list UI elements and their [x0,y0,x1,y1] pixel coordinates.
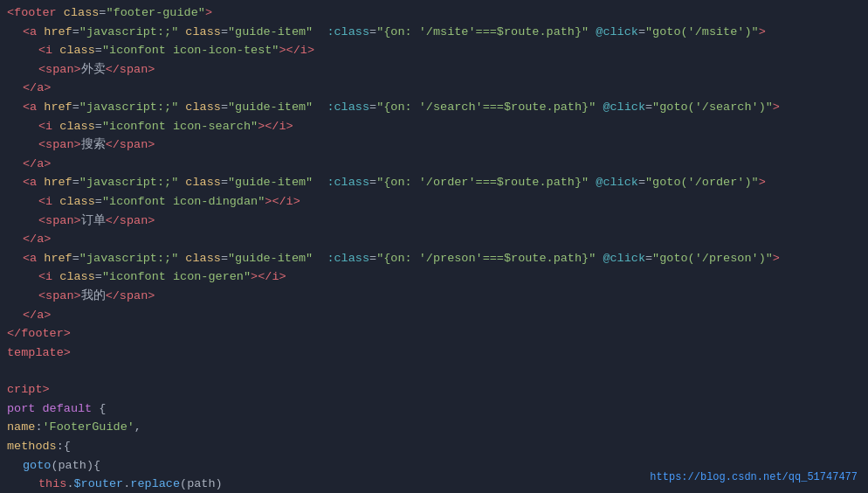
token-tag: </a> [23,157,51,170]
token-tag: <a [23,25,37,38]
token-tag: ></i> [258,120,293,133]
token-punct: : [35,420,42,434]
token-attr-name: class [64,6,100,19]
code-line: <a href="javascript:;" class="guide-item… [0,23,868,42]
token-attr-name: class [185,25,221,38]
token-attr-value: "guide-item" [228,101,313,114]
code-line: <i class="iconfont icon-search"></i> [0,117,868,136]
code-viewer: <footer class="footer-guide"><a href="ja… [0,0,868,493]
token-chinese: 搜索 [81,138,106,151]
token-attr-value: "javascript:;" [79,101,178,114]
token-tag: <i [38,44,52,57]
footer-url[interactable]: https://blog.csdn.net/qq_51747477 [650,469,858,486]
token-plain: ){ [86,459,100,472]
token-attr-value: "iconfont icon-geren" [102,270,251,283]
token-js-func: goto [23,459,51,472]
code-line: </a> [0,306,868,325]
token-plain [57,6,64,19]
code-line: <i class="iconfont icon-geren"></i> [0,267,868,287]
token-attr-value: "guide-item" [228,25,313,38]
code-line: <span>订单</span> [0,212,868,231]
token-attr-name: class [59,120,95,133]
token-vue-attr: @click [603,252,645,265]
token-punct: = [95,44,102,57]
token-punct: = [95,195,102,208]
token-attr-value: "iconfont icon-icon-test" [102,44,279,57]
token-vue-attr: :class [327,25,369,38]
token-chinese: 订单 [81,214,106,227]
token-vue-string: "goto('/msite')" [645,25,759,38]
code-line: <span>外卖</span> [0,60,868,80]
token-vue-string: "goto('/preson')" [652,252,773,265]
token-vue-attr: @click [603,101,645,114]
token-chinese: 我的 [81,289,106,302]
token-attr-name: href [44,176,72,189]
token-plain: ) [216,477,223,490]
token-punct: = [221,252,228,265]
token-punct: = [638,25,645,38]
token-attr-name: class [59,195,95,208]
token-vue-attr: :class [327,252,369,265]
token-punct: = [645,252,652,265]
token-tag: > [205,6,212,19]
token-punct: = [221,176,228,189]
token-plain [313,252,327,265]
token-attr-value: "guide-item" [228,252,313,265]
code-line: methods:{ [0,437,868,456]
code-line: cript> [0,380,868,399]
token-attr-name: name [7,420,35,434]
token-tag: <a [23,176,37,189]
token-tag: <span [38,138,74,151]
code-line: </a> [0,155,868,174]
token-plain: path [59,459,86,472]
token-attr-name: class [59,270,95,283]
token-tag: ></i> [251,270,286,283]
token-tag: <i [38,195,52,208]
token-punct: = [72,252,79,265]
token-vue-attr: :class [327,101,369,114]
token-plain: path [187,477,215,490]
token-attr-name: href [44,252,72,265]
token-punct: = [72,25,79,38]
token-js-keyword: port [7,402,35,415]
token-punct: = [638,176,645,189]
token-tag: </footer> [7,327,71,340]
token-tag: <i [38,270,52,283]
token-vue-string: "goto('/search')" [652,101,773,114]
code-line: <a href="javascript:;" class="guide-item… [0,249,868,268]
token-tag: <footer [7,6,57,19]
token-punct: = [645,101,652,114]
token-punct: = [95,120,102,133]
code-line: <i class="iconfont icon-dingdan"></i> [0,192,868,212]
token-attr-name: class [185,252,221,265]
token-tag: ></i> [265,195,300,208]
token-js-func: $router [74,477,124,490]
token-tag: </span> [106,63,155,76]
token-tag: > [759,25,766,38]
token-tag: <a [23,252,37,265]
token-js-keyword: default [43,402,93,415]
token-tag: </span> [106,289,155,302]
token-tag: </span> [106,214,155,227]
token-tag: > [759,176,766,189]
token-punct: . [66,477,73,490]
code-line: </a> [0,79,868,98]
token-tag: > [773,101,780,114]
token-attr-name: class [185,176,221,189]
token-attr-value: "javascript:;" [79,176,178,189]
token-tag: </a> [23,309,51,322]
code-line [0,362,868,380]
token-attr-name: class [59,44,95,57]
token-js-this: this [38,477,66,490]
token-plain: ( [51,459,58,472]
token-js-func: replace [130,477,180,490]
token-vue-string: "{on: '/msite'===$route.path}" [376,25,589,38]
token-plain: { [92,402,106,415]
token-punct: = [221,101,228,114]
token-tag: > [773,252,780,265]
token-tag: > [74,214,81,227]
code-line: <span>我的</span> [0,287,868,306]
token-plain [313,101,327,114]
token-tag: > [74,138,81,151]
token-punct: = [369,252,376,265]
